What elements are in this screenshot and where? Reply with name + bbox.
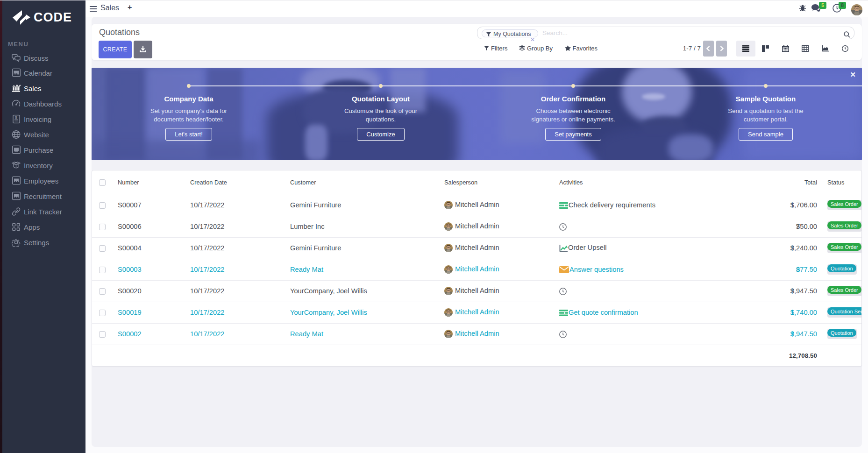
svg-text:$: $ <box>15 115 17 119</box>
